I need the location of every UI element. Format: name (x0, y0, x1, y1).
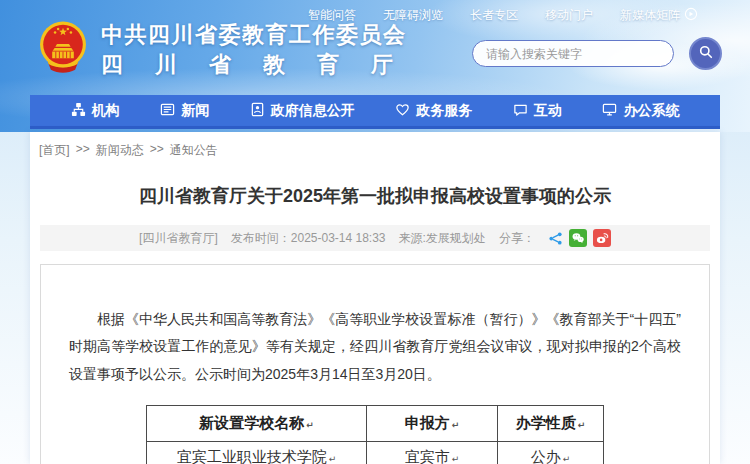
nav-item-organization[interactable]: 机构 (71, 102, 120, 120)
content-column: [首页] >> 新闻动态 >> 通知公告 四川省教育厅关于2025年第一批拟申报… (30, 132, 720, 464)
table-header-row: 新设置学校名称↵ 申报方↵ 办学性质↵ (147, 405, 604, 441)
new-media-circle-icon (684, 7, 698, 24)
page-title: 四川省教育厅关于2025年第一批拟申报高校设置事项的公示 (30, 184, 720, 208)
breadcrumb-separator: >> (150, 142, 164, 159)
breadcrumb: [首页] >> 新闻动态 >> 通知公告 (30, 132, 720, 159)
org-title-committee: 中共四川省委教育工作委员会 (101, 21, 407, 49)
nav-item-gov-services[interactable]: 政务服务 (395, 102, 472, 120)
nav-label: 政务服务 (416, 102, 472, 120)
search-button[interactable] (689, 37, 722, 70)
return-mark: ↵ (563, 454, 571, 464)
col-header-applicant: 申报方↵ (367, 405, 498, 441)
nav-label: 机构 (92, 102, 120, 120)
article-content-box: 根据《中华人民共和国高等教育法》《高等职业学校设置标准（暂行）》《教育部关于“十… (40, 264, 710, 464)
service-heart-icon (395, 102, 410, 120)
wechat-share-icon[interactable] (569, 229, 587, 247)
col-header-nature: 办学性质↵ (498, 405, 604, 441)
national-emblem-icon (36, 20, 90, 82)
org-icon (71, 102, 86, 120)
article-meta-bar: [四川省教育厅] 发布时间：2025-03-14 18:33 来源:发展规划处 … (40, 225, 710, 251)
return-mark: ↵ (452, 454, 460, 464)
topbar-link-senior-zone[interactable]: 长者专区 (470, 7, 518, 24)
nav-label: 互动 (534, 102, 562, 120)
meta-source-bracket: [四川省教育厅] (139, 230, 218, 247)
article-body-paragraph: 根据《中华人民共和国高等教育法》《高等职业学校设置标准（暂行）》《教育部关于“十… (41, 265, 709, 388)
gov-info-icon (250, 102, 265, 120)
breadcrumb-news[interactable]: 新闻动态 (96, 142, 144, 159)
share-buttons (548, 229, 611, 247)
breadcrumb-separator: >> (76, 142, 90, 159)
school-table: 新设置学校名称↵ 申报方↵ 办学性质↵ 宜宾工业职业技术学院↵ 宜宾市↵ 公办↵… (146, 405, 604, 464)
weibo-share-icon[interactable] (593, 229, 611, 247)
table-row: 宜宾工业职业技术学院↵ 宜宾市↵ 公办↵ (147, 441, 604, 464)
org-title-department: 四川省教育厅 (101, 49, 393, 81)
news-icon (160, 102, 175, 120)
share-nodes-icon[interactable] (548, 231, 563, 246)
breadcrumb-notices[interactable]: 通知公告 (170, 142, 218, 159)
cell-nature: 公办↵ (498, 441, 604, 464)
return-mark: ↵ (306, 420, 314, 430)
chat-icon (513, 102, 528, 120)
monitor-icon (602, 102, 617, 120)
nav-item-interaction[interactable]: 互动 (513, 102, 562, 120)
breadcrumb-home[interactable]: [首页] (39, 142, 70, 159)
search-icon (698, 44, 714, 64)
topbar-link-new-media[interactable]: 新媒体矩阵 (620, 7, 698, 24)
return-mark: ↵ (452, 420, 460, 430)
meta-share-label: 分享： (499, 230, 535, 247)
site-logo-block: 中共四川省委教育工作委员会 四川省教育厅 (36, 20, 407, 82)
topbar-link-mobile-portal[interactable]: 移动门户 (545, 7, 593, 24)
search-input[interactable] (472, 40, 674, 67)
return-mark: ↵ (329, 454, 337, 464)
col-header-school-name: 新设置学校名称↵ (147, 405, 367, 441)
nav-label: 新闻 (181, 102, 209, 120)
nav-item-news[interactable]: 新闻 (160, 102, 209, 120)
nav-label: 办公系统 (623, 102, 679, 120)
search-area (472, 37, 722, 70)
site-titles: 中共四川省委教育工作委员会 四川省教育厅 (101, 21, 407, 80)
nav-item-gov-info[interactable]: 政府信息公开 (250, 102, 355, 120)
return-mark: ↵ (578, 420, 586, 430)
main-nav: 机构 新闻 政府信息公开 政务服务 互动 办公系统 (30, 95, 720, 129)
nav-label: 政府信息公开 (271, 102, 355, 120)
meta-publish-time: 发布时间：2025-03-14 18:33 (231, 230, 386, 247)
cell-applicant: 宜宾市↵ (367, 441, 498, 464)
nav-item-office-system[interactable]: 办公系统 (602, 102, 679, 120)
cell-school-name: 宜宾工业职业技术学院↵ (147, 441, 367, 464)
meta-origin: 来源:发展规划处 (399, 230, 486, 247)
